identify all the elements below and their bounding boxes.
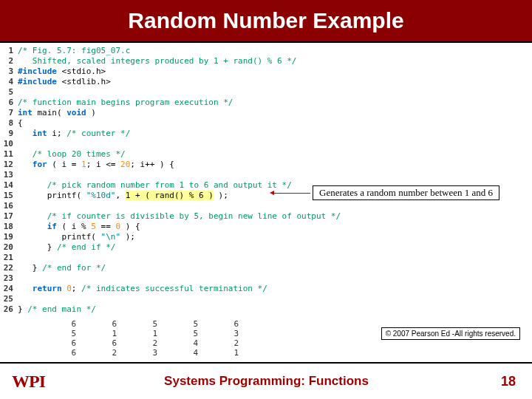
code: printf( "\n" ); — [18, 232, 531, 242]
line-number: 8 — [1, 118, 18, 129]
line-number: 11 — [1, 149, 18, 160]
line-number: 18 — [1, 222, 18, 232]
slide-title: Random Number Example — [0, 0, 532, 43]
wpi-logo: WPI — [12, 372, 45, 392]
code: int main( void ) — [18, 108, 531, 118]
line-number: 7 — [1, 108, 18, 118]
line-number: 23 — [1, 273, 18, 284]
line-number: 13 — [1, 170, 18, 180]
code: for ( i = 1; i <= 20; i++ ) { — [18, 160, 531, 170]
code: return 0; /* indicates successful termin… — [18, 284, 531, 294]
copyright-notice: © 2007 Pearson Ed -All rights reserved. — [381, 327, 520, 340]
code — [18, 253, 531, 263]
annotation-text: Generates a random number between 1 and … — [313, 185, 499, 200]
line-number: 4 — [1, 77, 18, 87]
code: if ( i % 5 == 0 ) { — [18, 222, 531, 232]
line-number: 10 — [1, 139, 18, 149]
line-number: 21 — [1, 253, 18, 263]
line-number: 3 — [1, 66, 18, 77]
code — [18, 139, 531, 149]
code: } /* end for */ — [18, 263, 531, 273]
arrow-icon — [273, 193, 310, 194]
code: #include <stdio.h> — [18, 66, 531, 77]
code: } /* end if */ — [18, 242, 531, 253]
line-number: 15 — [1, 191, 18, 201]
line-number: 6 — [1, 98, 18, 108]
line-number: 5 — [1, 87, 18, 98]
code — [18, 87, 531, 98]
code: /* loop 20 times */ — [18, 149, 531, 160]
code: /* Fig. 5.7: fig05_07.c — [18, 46, 531, 56]
code-listing: 1/* Fig. 5.7: fig05_07.c 2 Shifted, scal… — [0, 43, 532, 315]
code — [18, 294, 531, 304]
slide-footer: WPI Systems Programming: Functions 18 — [0, 362, 532, 399]
line-number: 12 — [1, 160, 18, 170]
code: /* function main begins program executio… — [18, 98, 531, 108]
code: int i; /* counter */ — [18, 129, 531, 139]
code: { — [18, 118, 531, 129]
line-number: 19 — [1, 232, 18, 242]
code — [18, 273, 531, 284]
line-number: 25 — [1, 294, 18, 304]
code — [18, 201, 531, 211]
line-number: 2 — [1, 56, 18, 66]
code: } /* end main */ — [18, 304, 531, 315]
line-number: 9 — [1, 129, 18, 139]
line-number: 26 — [1, 304, 18, 315]
line-number: 22 — [1, 263, 18, 273]
footer-title: Systems Programming: Functions — [45, 374, 488, 389]
annotation-callout: Generates a random number between 1 and … — [273, 185, 499, 200]
code: #include <stdlib.h> — [18, 77, 531, 87]
code: /* if counter is divisible by 5, begin n… — [18, 211, 531, 222]
line-number: 17 — [1, 211, 18, 222]
page-number: 18 — [488, 374, 532, 389]
line-number: 20 — [1, 242, 18, 253]
line-number: 24 — [1, 284, 18, 294]
line-number: 16 — [1, 201, 18, 211]
code: Shifted, scaled integers produced by 1 +… — [18, 56, 531, 66]
line-number: 1 — [1, 46, 18, 56]
line-number: 14 — [1, 180, 18, 191]
code — [18, 170, 531, 180]
